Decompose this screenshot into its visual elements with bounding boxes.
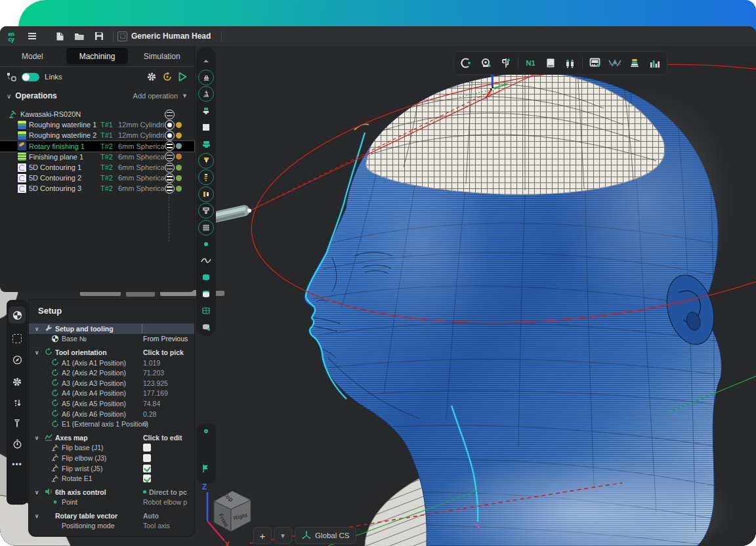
toolpath-graph-icon[interactable] (607, 55, 623, 71)
rotary-axis-icon[interactable] (458, 55, 474, 71)
tab-model[interactable]: Model (1, 48, 64, 64)
setup-row-value[interactable]: Robot elbow p (143, 498, 187, 506)
setup-row-value[interactable]: Click to pick (143, 348, 184, 356)
view-cube[interactable]: Z Top Front Right X (197, 479, 260, 546)
chevron-down-icon[interactable]: ∨ (7, 93, 11, 100)
setup-row[interactable]: ∨ Point Robot elbow p (29, 497, 194, 508)
setup-row-value[interactable] (143, 474, 154, 482)
setup-row-value[interactable]: Direct to pc (143, 488, 187, 496)
tool-assembly-icon[interactable] (562, 55, 578, 71)
chevron-down-icon[interactable]: ∨ (35, 434, 39, 441)
scroll-up-icon[interactable] (198, 52, 215, 69)
checkbox[interactable] (143, 454, 151, 462)
chrono-icon[interactable] (9, 435, 26, 452)
recalculate-icon[interactable] (162, 72, 173, 82)
setup-row-value[interactable]: 123.925 (143, 379, 168, 387)
operation-row[interactable]: 5D Contouring 1 T#2 6mm Spherical r (0, 162, 194, 173)
stock-square-icon[interactable] (198, 119, 215, 136)
setup-row[interactable]: ∨ A3 (Axis A3 Position) 123.925 (29, 378, 194, 388)
setup-row-value[interactable]: 71.203 (143, 369, 164, 377)
setup-row[interactable]: ∨ Tool orientation Click to pick (29, 347, 194, 358)
sort-arrows-icon[interactable] (9, 394, 26, 411)
setup-row-value[interactable] (143, 454, 154, 462)
setup-row[interactable]: ∨ A2 (Axis A2 Position) 71.203 (29, 368, 194, 378)
op-state-icon[interactable] (165, 163, 175, 173)
setup-row-value[interactable]: Auto (143, 512, 159, 520)
gcode-n1[interactable]: N1 (522, 55, 538, 71)
stock-panel-icon[interactable] (543, 55, 558, 71)
probe-icon[interactable] (478, 55, 494, 71)
setup-row-value[interactable]: 1.019 (143, 359, 160, 367)
machine-head-icon[interactable] (198, 69, 215, 85)
screw-icon[interactable] (198, 169, 215, 186)
setup-row[interactable]: ∨ Base № From Previous (29, 334, 194, 345)
app-logo[interactable]: ency (0, 31, 22, 42)
surface-dot-icon[interactable] (198, 319, 215, 335)
wcs-target-icon[interactable] (9, 306, 26, 324)
setup-row[interactable]: ∨ Flip base (J1) (29, 443, 194, 453)
surface-icon[interactable] (198, 269, 215, 285)
checkbox[interactable] (143, 465, 151, 472)
links-toggle[interactable] (22, 73, 39, 81)
setup-row[interactable]: ∨ 6th axis control Direct to pc (29, 487, 194, 497)
setup-row[interactable]: ∨ A4 (Axis A4 Position) 177.169 (29, 388, 194, 399)
chevron-down-icon[interactable]: ∨ (35, 326, 39, 332)
add-operation-button[interactable]: Add operation (133, 92, 178, 100)
op-state-icon[interactable] (165, 131, 175, 140)
tool-small-icon[interactable] (198, 102, 215, 119)
setup-row-value[interactable]: 177.169 (143, 389, 168, 397)
chevron-down-icon[interactable]: ∨ (35, 349, 39, 356)
setup-row[interactable]: ∨ Flip wrist (J5) (29, 463, 194, 474)
model-checkbox-icon[interactable] (117, 32, 127, 41)
setup-row-value[interactable]: 74.84 (143, 400, 160, 408)
cs-dropdown-chevron[interactable]: ▼ (274, 527, 292, 544)
operation-row[interactable]: 5D Contouring 2 T#2 6mm Spherical r (0, 173, 194, 183)
op-state-icon[interactable] (165, 152, 175, 161)
setup-row-value[interactable] (143, 444, 154, 452)
setup-row-value[interactable]: 0 (143, 420, 147, 428)
operation-row[interactable]: Roughing waterline 1 T#1 12mm Cylindrica (0, 119, 194, 130)
setup-row-value[interactable]: Tool axis (143, 522, 170, 530)
checkbox[interactable] (143, 444, 151, 452)
more-ellipsis-icon[interactable]: ••• (9, 456, 26, 473)
setup-row[interactable]: ∨ A1 (Axis A1 Position) 1.019 (29, 358, 194, 368)
global-cs-button[interactable]: Global CS (295, 527, 356, 544)
tool-stack-icon[interactable] (627, 55, 642, 71)
setup-row[interactable]: ∨ Positioning mode Tool axis (29, 521, 194, 532)
spindle-icon[interactable] (198, 86, 215, 102)
caliper-icon[interactable] (498, 55, 514, 71)
op-state-icon[interactable] (165, 110, 175, 119)
setup-row[interactable]: ∨ Rotary table vector Auto (29, 511, 194, 521)
setup-row[interactable]: ∨ Rotate E1 (29, 473, 194, 484)
tool-lamp-icon[interactable] (9, 415, 26, 432)
add-cs-button[interactable]: + (253, 527, 272, 544)
setup-row[interactable]: ∨ E1 (External axis 1 Position) 0 (29, 419, 194, 429)
chevron-down-icon[interactable]: ∨ (35, 489, 39, 495)
selection-box-icon[interactable] (9, 330, 26, 347)
save-icon[interactable] (89, 28, 109, 44)
gear-icon[interactable] (9, 373, 26, 390)
open-file-icon[interactable] (70, 28, 89, 44)
surface-grid-icon[interactable] (198, 303, 215, 319)
operation-row[interactable]: 5D Contouring 3 T#2 6mm Spherical r (0, 183, 194, 194)
chevron-down-icon[interactable]: ∨ (35, 513, 39, 519)
setup-row[interactable]: ∨ Axes map Click to edit (29, 432, 194, 443)
flag-icon[interactable] (202, 464, 210, 476)
setup-row[interactable]: ∨ A5 (Axis A5 Position) 74.84 (29, 398, 194, 409)
checkbox[interactable] (143, 474, 151, 482)
operation-row[interactable]: Roughing waterline 2 T#1 12mm Cylindrica (0, 130, 194, 140)
mesh-icon[interactable] (198, 219, 215, 236)
setup-row[interactable]: ∨ Flip elbow (J3) (29, 453, 194, 463)
tab-simulation[interactable]: Simulation (131, 48, 193, 64)
holder-icon[interactable] (198, 186, 215, 202)
settings-gear-icon[interactable] (146, 72, 157, 82)
setup-row-value[interactable]: Click to edit (143, 434, 182, 442)
part-icon[interactable] (198, 136, 215, 152)
menu-icon[interactable] (22, 28, 42, 44)
cutter-icon[interactable] (198, 152, 215, 169)
run-icon[interactable] (178, 72, 188, 82)
new-file-icon[interactable] (50, 28, 70, 44)
fixture-icon[interactable] (198, 203, 215, 219)
machine-row[interactable]: Kawasaki-RS020N (0, 109, 194, 119)
add-operation-caret-icon[interactable]: ▼ (182, 93, 188, 99)
